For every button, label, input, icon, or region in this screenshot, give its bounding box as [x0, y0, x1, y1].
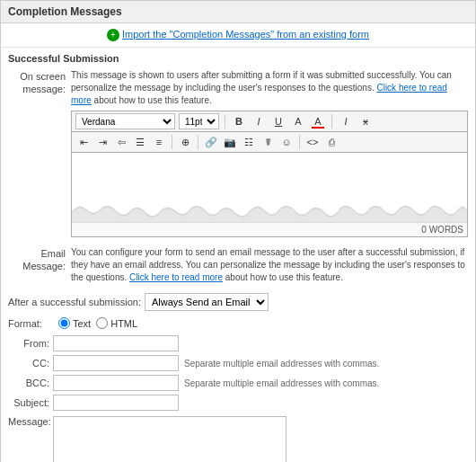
highlight-button[interactable]: A — [310, 113, 326, 129]
print-button[interactable]: ⎙ — [323, 134, 339, 150]
from-label: From: — [8, 338, 53, 349]
message-area-container — [53, 416, 468, 462]
italic2-button[interactable]: I — [338, 113, 354, 129]
bcc-label: BCC: — [8, 378, 53, 388]
from-row: From: — [8, 333, 468, 353]
font-select[interactable]: Verdana Arial Times New Roman — [75, 113, 175, 129]
import-bar: +Import the "Completion Messages" from a… — [1, 23, 475, 48]
torn-paper-top — [72, 202, 467, 222]
from-input[interactable] — [53, 335, 179, 351]
email-info: You can configure your form to send an e… — [71, 244, 468, 288]
page-header: Completion Messages — [1, 1, 475, 23]
subject-label: Subject: — [8, 397, 53, 408]
subject-row: Subject: — [8, 393, 468, 413]
message-textarea[interactable] — [53, 416, 286, 462]
underline-button[interactable]: U — [270, 113, 286, 129]
successful-submission-title: Successful Submission — [1, 48, 475, 66]
on-screen-label: On screenmessage: — [8, 67, 71, 96]
format-html-label[interactable]: HTML — [96, 317, 137, 329]
align-center-button[interactable]: ⇥ — [94, 134, 110, 150]
format-html-radio[interactable] — [96, 317, 108, 329]
format-text-label[interactable]: Text — [58, 317, 91, 329]
toolbar-sep-4 — [198, 135, 198, 149]
on-screen-message-row: On screenmessage: This message is shown … — [1, 66, 475, 239]
after-submission-label: After a successful submission: — [8, 297, 141, 307]
editor-body[interactable] — [72, 153, 467, 202]
import-icon: + — [107, 29, 119, 41]
editor-area[interactable]: 0 WORDS — [71, 152, 468, 237]
toolbar-sep-2 — [331, 114, 332, 129]
email-fields: From: CC: Separate multiple email addres… — [1, 332, 475, 462]
subject-input[interactable] — [53, 395, 179, 411]
email-message-content: You can configure your form to send an e… — [71, 244, 468, 288]
email-message-row: EmailMessage: You can configure your for… — [1, 239, 475, 289]
email-read-more-link[interactable]: Click here to read more — [129, 272, 223, 282]
import-link[interactable]: Import the "Completion Messages" from an… — [122, 29, 369, 40]
cc-label: CC: — [8, 358, 53, 369]
italic-button[interactable]: I — [251, 113, 267, 129]
page-title: Completion Messages — [8, 5, 122, 18]
align-button[interactable]: A — [290, 113, 306, 129]
email-message-label: EmailMessage: — [8, 244, 71, 273]
ordered-list-button[interactable]: ⊕ — [177, 134, 193, 150]
format-row: Format: Text HTML — [1, 315, 475, 332]
toolbar-sep-5 — [299, 135, 300, 149]
toolbar-sep-1 — [225, 114, 225, 129]
emoji-button[interactable]: ☺ — [278, 134, 295, 150]
cc-hint: Separate multiple email addresses with c… — [184, 359, 379, 369]
format-text-radio[interactable] — [58, 317, 70, 329]
page-container: Completion Messages +Import the "Complet… — [0, 0, 476, 462]
toolbar-sep-3 — [172, 135, 172, 149]
link-button[interactable]: 🔗 — [203, 134, 219, 150]
on-screen-info: This message is shown to users after sub… — [71, 67, 468, 111]
message-label: Message: — [8, 416, 53, 427]
cc-row: CC: Separate multiple email addresses wi… — [8, 353, 468, 373]
bold-button[interactable]: B — [231, 113, 247, 129]
submission-select[interactable]: Always Send an Email Never Send an Email… — [145, 293, 269, 311]
image-button[interactable]: 📷 — [222, 134, 238, 150]
justify-button[interactable]: ☰ — [132, 134, 148, 150]
format-label: Format: — [8, 318, 53, 329]
bcc-input[interactable] — [53, 375, 179, 391]
table-button[interactable]: ☷ — [241, 134, 257, 150]
strikethrough-button[interactable]: x — [357, 113, 374, 129]
cc-input[interactable] — [53, 355, 179, 371]
message-row: Message: — [8, 413, 468, 462]
bcc-row: BCC: Separate multiple email addresses w… — [8, 373, 468, 393]
submission-row: After a successful submission: Always Se… — [1, 289, 475, 315]
bcc-hint: Separate multiple email addresses with c… — [184, 378, 379, 388]
code-button[interactable]: <> — [304, 134, 321, 150]
word-count: 0 WORDS — [72, 222, 467, 236]
align-right-button[interactable]: ⇦ — [113, 134, 129, 150]
on-screen-content: This message is shown to users after sub… — [71, 67, 468, 237]
editor-toolbar-bottom: ⇤ ⇥ ⇦ ☰ ≡ ⊕ 🔗 📷 ☷ ☤ ☺ <> ⎙ — [71, 131, 468, 152]
size-select[interactable]: 8pt 9pt 10pt 11pt 12pt — [179, 113, 219, 129]
align-left-button[interactable]: ⇤ — [75, 134, 92, 150]
list-button[interactable]: ≡ — [151, 134, 167, 150]
special-button[interactable]: ☤ — [260, 134, 276, 150]
editor-toolbar-top: Verdana Arial Times New Roman 8pt 9pt 10… — [71, 111, 468, 131]
